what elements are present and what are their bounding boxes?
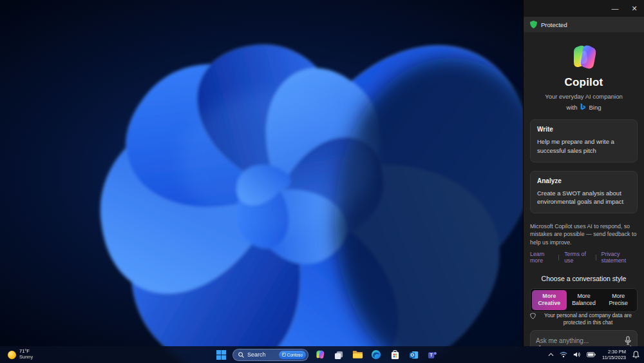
link-divider — [596, 255, 596, 260]
data-protection-note: Your personal and company data are prote… — [530, 312, 638, 326]
copilot-title: Copilot — [530, 76, 638, 89]
style-more-precise[interactable]: More Precise — [601, 290, 636, 310]
microphone-icon[interactable] — [624, 336, 632, 345]
tray-volume[interactable] — [571, 348, 583, 362]
tray-wifi[interactable] — [558, 348, 569, 362]
ask-input[interactable] — [536, 337, 624, 344]
style-more-creative[interactable]: More Creative — [532, 290, 567, 310]
desktop-screen: — ✕ Protected — [0, 0, 644, 363]
taskbar-app-task-view[interactable] — [332, 348, 346, 362]
wifi-icon — [560, 351, 567, 358]
suggestion-card-analyze[interactable]: Analyze Create a SWOT analysis about env… — [530, 171, 638, 214]
protected-badge[interactable]: Protected — [524, 17, 644, 32]
sun-icon — [8, 351, 16, 359]
sidebar-titlebar: — ✕ — [524, 0, 644, 17]
search-label: Search — [247, 351, 276, 358]
learn-more-link[interactable]: Learn more — [530, 251, 553, 264]
copilot-subtitle: Your everyday AI companion — [530, 93, 638, 100]
with-label: with — [567, 104, 578, 111]
taskbar-center: Search Contoso — [214, 346, 439, 363]
tray-time: 2:30 PM — [608, 349, 626, 355]
suggestion-card-write[interactable]: Write Help me prepare and write a succes… — [530, 119, 638, 162]
system-tray: 2:30 PM 11/15/2023 — [546, 346, 641, 363]
taskbar-app-file-explorer[interactable] — [350, 348, 365, 362]
copilot-logo-icon — [569, 43, 599, 72]
conversation-style-title: Choose a conversation style — [530, 275, 638, 282]
edge-icon — [371, 349, 381, 360]
search-icon — [238, 352, 244, 358]
taskbar-search[interactable]: Search Contoso — [232, 349, 308, 361]
card-body: Help me prepare and write a successful s… — [537, 137, 630, 155]
minimize-button[interactable]: — — [605, 0, 625, 17]
battery-icon — [587, 352, 596, 357]
copilot-sidebar: — ✕ Protected — [523, 0, 644, 346]
file-explorer-icon — [352, 350, 363, 359]
search-highlight-badge[interactable]: Contoso — [279, 351, 306, 359]
copilot-taskbar-icon — [315, 349, 325, 360]
taskbar-app-teams[interactable]: T — [425, 348, 439, 362]
weather-condition: Sunny — [19, 355, 33, 360]
shield-icon — [530, 21, 537, 28]
ai-disclaimer: Microsoft Copilot uses AI to respond, so… — [530, 222, 638, 246]
search-badge-icon — [282, 353, 286, 357]
tray-date: 11/15/2023 — [602, 355, 626, 360]
bell-icon — [632, 351, 639, 358]
taskbar-app-copilot[interactable] — [313, 348, 327, 362]
outlook-icon: O — [409, 350, 419, 360]
bing-label: Bing — [589, 104, 601, 111]
bing-icon — [580, 103, 586, 111]
card-body: Create a SWOT analysis about environment… — [537, 189, 630, 207]
sidebar-body: Copilot Your everyday AI companion with … — [524, 32, 644, 346]
teams-icon: T — [428, 350, 437, 360]
taskbar-app-edge[interactable] — [369, 348, 383, 362]
taskbar: 71°F Sunny Search — [0, 346, 644, 363]
tray-chevron-up[interactable] — [546, 348, 556, 362]
shield-outline-icon — [530, 313, 536, 319]
windows-icon — [216, 350, 226, 360]
tray-battery[interactable] — [585, 348, 598, 362]
task-view-icon — [334, 350, 344, 360]
microsoft-store-icon — [390, 350, 400, 360]
link-divider — [558, 255, 559, 260]
copilot-hero: Copilot Your everyday AI companion with … — [530, 32, 638, 111]
tray-clock[interactable]: 2:30 PM 11/15/2023 — [600, 349, 629, 360]
start-button[interactable] — [214, 348, 228, 362]
notification-bell[interactable] — [630, 348, 641, 362]
weather-widget[interactable]: 71°F Sunny — [4, 346, 37, 363]
close-button[interactable]: ✕ — [625, 0, 644, 17]
footer-links: Learn more Terms of use Privacy statemen… — [530, 251, 638, 264]
speaker-icon — [573, 351, 581, 358]
taskbar-app-outlook[interactable]: O — [406, 348, 421, 362]
protected-label: Protected — [541, 21, 567, 28]
chat-input-box: 0/4000 — [530, 330, 638, 346]
privacy-statement-link[interactable]: Privacy statement — [601, 251, 638, 264]
conversation-style-picker: More Creative More Balanced More Precise — [530, 288, 638, 312]
svg-text:O: O — [410, 353, 414, 357]
terms-of-use-link[interactable]: Terms of use — [564, 251, 591, 264]
style-more-balanced[interactable]: More Balanced — [567, 290, 601, 310]
card-title: Write — [537, 126, 630, 133]
chevron-up-icon — [548, 353, 554, 357]
svg-text:T: T — [430, 353, 433, 357]
card-title: Analyze — [537, 177, 630, 184]
with-bing-line: with Bing — [530, 103, 638, 111]
taskbar-app-microsoft-store[interactable] — [388, 348, 402, 362]
